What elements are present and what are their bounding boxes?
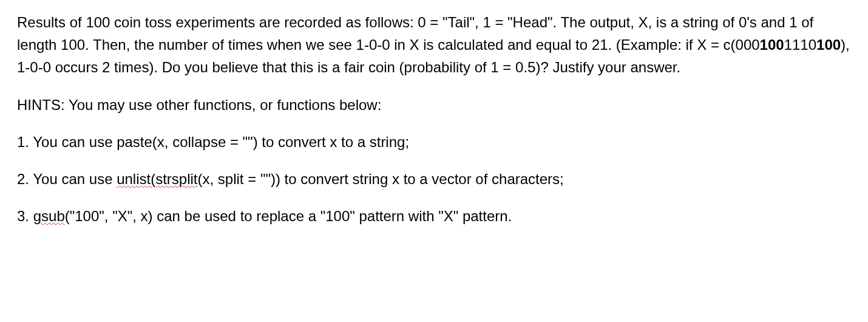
text-segment: (x, split = "")) to convert string x to … (198, 171, 564, 187)
text-segment: ("100", "X", x) can be used to replace a… (65, 208, 512, 224)
sequence-bold: 100 (816, 36, 841, 53)
text-segment: Results of 100 coin toss experiments are… (17, 14, 813, 53)
spellcheck-underline: gsub (33, 208, 65, 224)
text-segment: 2. You can use (17, 171, 117, 187)
hint-3: 3. gsub("100", "X", x) can be used to re… (17, 205, 851, 227)
spellcheck-underline: unlist(strsplit (117, 171, 197, 187)
hint-1: 1. You can use paste(x, collapse = "") t… (17, 131, 851, 153)
sequence-bold: 100 (760, 36, 784, 53)
sequence-part: 000 (736, 36, 760, 53)
text-segment: 3. (17, 208, 33, 224)
sequence-part: 1110 (784, 36, 816, 53)
problem-statement: Results of 100 coin toss experiments are… (17, 11, 851, 79)
hints-heading: HINTS: You may use other functions, or f… (17, 94, 851, 116)
hint-2: 2. You can use unlist(strsplit(x, split … (17, 168, 851, 190)
